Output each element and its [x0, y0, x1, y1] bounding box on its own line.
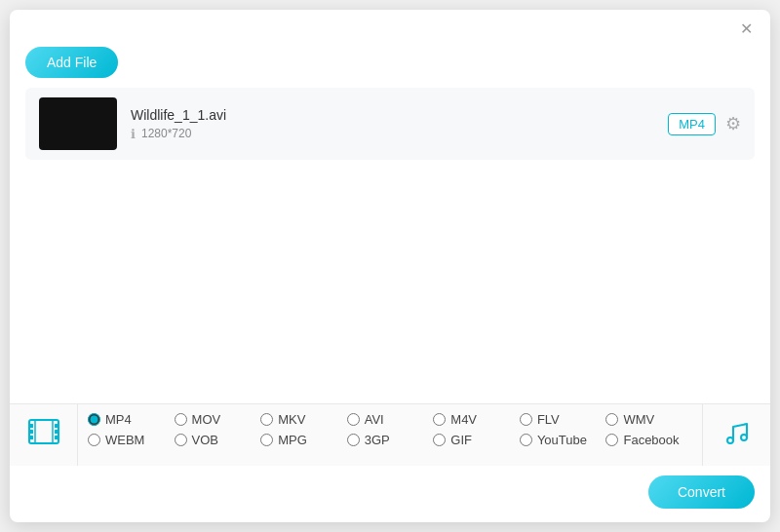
close-button[interactable]: ✕	[736, 19, 757, 39]
format-mov[interactable]: MOV	[175, 412, 261, 427]
file-resolution: 1280*720	[141, 127, 191, 140]
format-mpg[interactable]: MPG	[260, 433, 347, 447]
file-name: Wildlife_1_1.avi	[131, 107, 654, 123]
video-thumbnail	[39, 97, 117, 150]
file-info: Wildlife_1_1.avi ℹ 1280*720	[131, 107, 654, 141]
svg-rect-5	[55, 430, 58, 434]
svg-point-10	[741, 435, 747, 440]
music-icon-area[interactable]	[702, 404, 770, 466]
file-meta: ℹ 1280*720	[131, 127, 654, 141]
footer: Convert	[10, 466, 770, 522]
settings-icon[interactable]: ⚙	[725, 113, 741, 134]
svg-rect-6	[55, 436, 58, 439]
format-selector: MP4 MOV MKV AVI M4V FLV	[10, 404, 770, 466]
main-window: ✕ Add File Wildlife_1_1.avi ℹ 1280*720 M…	[10, 10, 770, 522]
format-3gp[interactable]: 3GP	[347, 433, 434, 447]
toolbar: Add File	[10, 43, 770, 88]
content-area: Wildlife_1_1.avi ℹ 1280*720 MP4 ⚙	[10, 88, 770, 403]
format-facebook[interactable]: Facebook	[605, 433, 692, 447]
format-vob[interactable]: VOB	[175, 433, 261, 447]
svg-rect-3	[29, 436, 33, 439]
music-icon	[722, 417, 753, 454]
format-avi[interactable]: AVI	[347, 412, 434, 427]
format-mp4[interactable]: MP4	[88, 412, 175, 427]
file-actions: MP4 ⚙	[668, 113, 741, 135]
format-badge[interactable]: MP4	[668, 113, 716, 135]
film-icon	[26, 414, 61, 456]
convert-button[interactable]: Convert	[648, 475, 755, 509]
svg-rect-2	[29, 430, 33, 434]
info-icon: ℹ	[131, 127, 136, 141]
file-item: Wildlife_1_1.avi ℹ 1280*720 MP4 ⚙	[25, 88, 755, 160]
format-flv[interactable]: FLV	[520, 412, 606, 427]
titlebar: ✕	[10, 10, 770, 43]
format-wmv[interactable]: WMV	[605, 412, 692, 427]
format-webm[interactable]: WEBM	[88, 433, 175, 447]
format-m4v[interactable]: M4V	[433, 412, 520, 427]
svg-point-9	[727, 437, 733, 443]
add-file-button[interactable]: Add File	[25, 47, 118, 78]
format-gif[interactable]: GIF	[433, 433, 520, 447]
format-icon-area	[10, 404, 78, 466]
format-panel: MP4 MOV MKV AVI M4V FLV	[10, 403, 770, 466]
format-mkv[interactable]: MKV	[260, 412, 347, 427]
svg-rect-0	[29, 420, 58, 443]
svg-rect-1	[29, 424, 33, 428]
svg-rect-4	[55, 424, 58, 428]
format-youtube[interactable]: YouTube	[520, 433, 606, 447]
